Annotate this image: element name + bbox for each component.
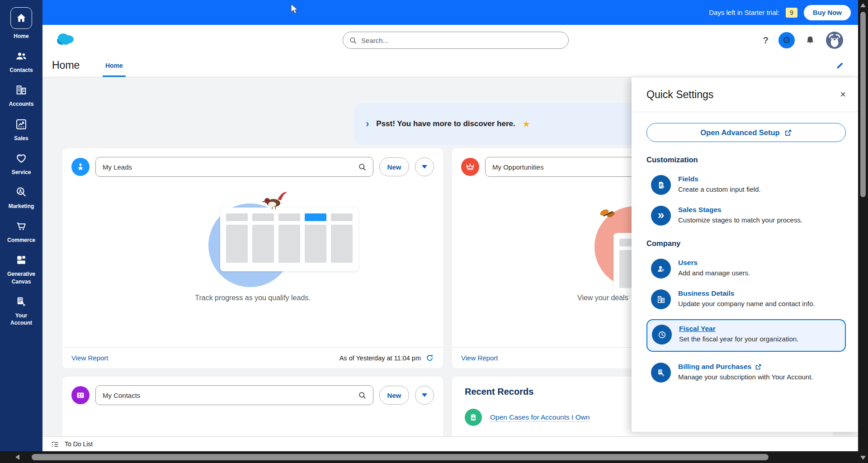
opportunities-view-report-link[interactable]: View Report xyxy=(461,354,498,362)
new-contact-button[interactable]: New xyxy=(379,386,409,405)
leads-empty-caption: Track progress as you qualify leads. xyxy=(62,294,443,302)
quick-setting-fiscal-year-highlighted[interactable]: Fiscal Year Set the fiscal year for your… xyxy=(646,319,846,352)
close-icon[interactable]: × xyxy=(840,90,846,99)
sidebar-item-your-account[interactable]: Your Account xyxy=(0,295,42,326)
header-icons: ? ⚙ xyxy=(763,25,848,55)
quick-setting-sales-stages[interactable]: » Sales Stages Customize stages to match… xyxy=(646,206,846,226)
horizontal-scrollbar[interactable] xyxy=(0,451,858,463)
sidebar-item-contacts[interactable]: Contacts xyxy=(0,49,42,74)
todo-list-label: To Do List xyxy=(65,440,93,448)
todo-list-bar[interactable]: To Do List xyxy=(42,436,858,451)
salesforce-logo xyxy=(53,31,77,50)
marketing-icon xyxy=(14,185,28,199)
fields-title: Fields xyxy=(678,175,761,183)
global-search[interactable] xyxy=(343,32,569,49)
fiscal-year-desc: Set the fiscal year for your organizatio… xyxy=(679,335,798,343)
report-object-icon xyxy=(465,409,482,426)
help-icon[interactable]: ? xyxy=(763,35,769,46)
quick-setting-users[interactable]: Users Add and manage users. xyxy=(646,259,846,279)
vertical-scrollbar[interactable] xyxy=(858,0,868,463)
scroll-up-arrow-icon[interactable] xyxy=(860,3,866,7)
leads-as-of-timestamp: As of Yesterday at 11:04 pm xyxy=(340,354,421,362)
sidebar-item-generative-canvas[interactable]: Generative Canvas xyxy=(0,253,42,285)
trial-days-label: Days left in Starter trial: xyxy=(709,9,779,16)
app-sidebar: Home Contacts Accounts Sales Service xyxy=(0,0,42,451)
my-leads-card-footer: View Report As of Yesterday at 11:04 pm xyxy=(62,347,443,368)
tab-home[interactable]: Home xyxy=(103,55,126,77)
fiscal-year-clock-icon xyxy=(652,325,672,345)
my-leads-card-header: My Leads New xyxy=(62,148,443,177)
home-icon xyxy=(10,7,32,29)
chevron-down-icon xyxy=(422,165,427,169)
trial-banner-bar: Days left in Starter trial: 9 Buy Now xyxy=(42,0,858,25)
your-account-icon xyxy=(14,295,28,308)
new-lead-button[interactable]: New xyxy=(379,157,409,176)
search-icon xyxy=(349,37,357,44)
fields-desc: Create a custom input field. xyxy=(678,185,761,193)
scroll-down-arrow-icon[interactable] xyxy=(860,456,866,460)
vertical-scroll-thumb[interactable] xyxy=(860,12,866,197)
leads-empty-table-graphic xyxy=(220,208,359,271)
open-advanced-setup-button[interactable]: Open Advanced Setup xyxy=(646,123,846,142)
quick-setting-billing[interactable]: Billing and Purchases Manage your subscr… xyxy=(646,363,846,383)
sales-stages-desc: Customize stages to match your process. xyxy=(678,216,802,224)
leads-view-report-link[interactable]: View Report xyxy=(71,354,108,362)
sidebar-item-service[interactable]: Service xyxy=(0,151,42,176)
contacts-listview-selector[interactable]: My Contacts xyxy=(95,385,373,405)
list-search-icon[interactable] xyxy=(359,163,366,171)
external-link-icon xyxy=(784,129,792,137)
contact-actions-dropdown[interactable] xyxy=(415,386,434,405)
customization-section-heading: Customization xyxy=(646,156,846,164)
sidebar-item-accounts[interactable]: Accounts xyxy=(0,83,42,108)
sidebar-label: Contacts xyxy=(9,66,33,74)
leads-listview-label: My Leads xyxy=(103,163,359,171)
edit-page-pencil-icon[interactable] xyxy=(835,61,844,72)
setup-gear-icon[interactable]: ⚙ xyxy=(778,32,795,48)
billing-purchases-icon xyxy=(651,363,671,383)
sidebar-item-commerce[interactable]: Commerce xyxy=(0,219,42,244)
banner-text: Psst! You have more to discover here. xyxy=(376,119,515,128)
user-avatar[interactable] xyxy=(826,31,844,49)
page-header: Home Home xyxy=(42,55,858,77)
sidebar-label: Marketing xyxy=(9,203,34,210)
search-input[interactable] xyxy=(361,37,562,44)
open-advanced-setup-label: Open Advanced Setup xyxy=(700,128,779,137)
contacts-icon xyxy=(14,49,28,63)
scroll-left-arrow-icon[interactable] xyxy=(15,454,19,460)
sidebar-item-marketing[interactable]: Marketing xyxy=(0,185,42,210)
discovery-banner: › Psst! You have more to discover here. … xyxy=(354,103,661,145)
recent-record-link[interactable]: Open Cases for Accounts I Own xyxy=(490,413,590,422)
buy-now-button[interactable]: Buy Now xyxy=(804,5,851,20)
banner-expand-chevron-icon[interactable]: › xyxy=(366,118,369,130)
my-contacts-card-header: My Contacts New xyxy=(62,377,443,405)
sales-stages-icon: » xyxy=(651,206,671,226)
billing-title-text: Billing and Purchases xyxy=(678,363,751,371)
users-title: Users xyxy=(678,259,750,267)
quick-setting-business-details[interactable]: Business Details Update your company nam… xyxy=(646,289,846,309)
sidebar-item-home[interactable]: Home xyxy=(0,7,42,40)
users-icon xyxy=(651,259,671,279)
divider xyxy=(632,112,858,112)
contacts-listview-label: My Contacts xyxy=(103,392,359,399)
leads-listview-selector[interactable]: My Leads xyxy=(95,157,373,177)
external-link-icon xyxy=(755,364,762,370)
sidebar-label: Sales xyxy=(14,135,28,142)
lead-actions-dropdown[interactable] xyxy=(415,157,434,176)
business-details-title: Business Details xyxy=(678,289,815,298)
horizontal-scroll-thumb[interactable] xyxy=(32,454,769,460)
opportunity-object-icon xyxy=(461,158,479,176)
billing-title: Billing and Purchases xyxy=(678,363,813,371)
users-desc: Add and manage users. xyxy=(678,269,750,277)
commerce-icon xyxy=(14,219,28,233)
my-leads-card: My Leads New xyxy=(62,148,443,368)
sidebar-item-sales[interactable]: Sales xyxy=(0,118,42,142)
mouse-cursor xyxy=(290,4,300,14)
refresh-icon[interactable] xyxy=(425,354,434,362)
page-title: Home xyxy=(52,59,80,71)
my-contacts-card: My Contacts New xyxy=(62,377,443,436)
fiscal-year-title: Fiscal Year xyxy=(679,325,798,333)
list-search-icon[interactable] xyxy=(359,392,366,399)
quick-setting-fields[interactable]: Fields Create a custom input field. xyxy=(646,175,846,195)
fields-icon xyxy=(651,175,671,195)
notification-bell-icon[interactable] xyxy=(805,35,816,46)
